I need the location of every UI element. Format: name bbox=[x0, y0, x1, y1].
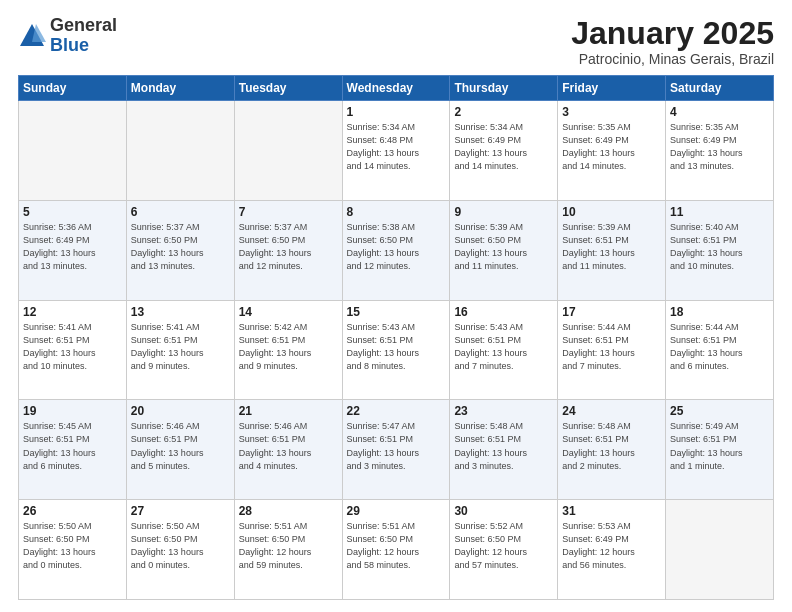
table-row: 25Sunrise: 5:49 AM Sunset: 6:51 PM Dayli… bbox=[666, 400, 774, 500]
table-row: 6Sunrise: 5:37 AM Sunset: 6:50 PM Daylig… bbox=[126, 200, 234, 300]
header-saturday: Saturday bbox=[666, 76, 774, 101]
table-row: 18Sunrise: 5:44 AM Sunset: 6:51 PM Dayli… bbox=[666, 300, 774, 400]
table-row: 24Sunrise: 5:48 AM Sunset: 6:51 PM Dayli… bbox=[558, 400, 666, 500]
day-number: 12 bbox=[23, 305, 122, 319]
table-row: 29Sunrise: 5:51 AM Sunset: 6:50 PM Dayli… bbox=[342, 500, 450, 600]
svg-marker-1 bbox=[32, 24, 46, 42]
calendar-week-row: 5Sunrise: 5:36 AM Sunset: 6:49 PM Daylig… bbox=[19, 200, 774, 300]
day-number: 21 bbox=[239, 404, 338, 418]
header-tuesday: Tuesday bbox=[234, 76, 342, 101]
day-info: Sunrise: 5:41 AM Sunset: 6:51 PM Dayligh… bbox=[131, 321, 230, 373]
month-title: January 2025 bbox=[571, 16, 774, 51]
day-number: 17 bbox=[562, 305, 661, 319]
table-row: 4Sunrise: 5:35 AM Sunset: 6:49 PM Daylig… bbox=[666, 101, 774, 201]
day-number: 11 bbox=[670, 205, 769, 219]
day-number: 20 bbox=[131, 404, 230, 418]
day-info: Sunrise: 5:53 AM Sunset: 6:49 PM Dayligh… bbox=[562, 520, 661, 572]
table-row: 17Sunrise: 5:44 AM Sunset: 6:51 PM Dayli… bbox=[558, 300, 666, 400]
day-number: 30 bbox=[454, 504, 553, 518]
table-row: 27Sunrise: 5:50 AM Sunset: 6:50 PM Dayli… bbox=[126, 500, 234, 600]
day-info: Sunrise: 5:40 AM Sunset: 6:51 PM Dayligh… bbox=[670, 221, 769, 273]
day-number: 7 bbox=[239, 205, 338, 219]
day-number: 15 bbox=[347, 305, 446, 319]
table-row: 26Sunrise: 5:50 AM Sunset: 6:50 PM Dayli… bbox=[19, 500, 127, 600]
day-info: Sunrise: 5:35 AM Sunset: 6:49 PM Dayligh… bbox=[670, 121, 769, 173]
day-info: Sunrise: 5:39 AM Sunset: 6:50 PM Dayligh… bbox=[454, 221, 553, 273]
day-info: Sunrise: 5:43 AM Sunset: 6:51 PM Dayligh… bbox=[454, 321, 553, 373]
day-info: Sunrise: 5:49 AM Sunset: 6:51 PM Dayligh… bbox=[670, 420, 769, 472]
title-area: January 2025 Patrocinio, Minas Gerais, B… bbox=[571, 16, 774, 67]
table-row: 11Sunrise: 5:40 AM Sunset: 6:51 PM Dayli… bbox=[666, 200, 774, 300]
day-number: 1 bbox=[347, 105, 446, 119]
table-row: 2Sunrise: 5:34 AM Sunset: 6:49 PM Daylig… bbox=[450, 101, 558, 201]
header: General Blue January 2025 Patrocinio, Mi… bbox=[18, 16, 774, 67]
table-row: 28Sunrise: 5:51 AM Sunset: 6:50 PM Dayli… bbox=[234, 500, 342, 600]
day-info: Sunrise: 5:35 AM Sunset: 6:49 PM Dayligh… bbox=[562, 121, 661, 173]
calendar-header-row: Sunday Monday Tuesday Wednesday Thursday… bbox=[19, 76, 774, 101]
day-number: 26 bbox=[23, 504, 122, 518]
header-sunday: Sunday bbox=[19, 76, 127, 101]
day-number: 13 bbox=[131, 305, 230, 319]
day-number: 31 bbox=[562, 504, 661, 518]
table-row: 5Sunrise: 5:36 AM Sunset: 6:49 PM Daylig… bbox=[19, 200, 127, 300]
day-number: 3 bbox=[562, 105, 661, 119]
day-info: Sunrise: 5:46 AM Sunset: 6:51 PM Dayligh… bbox=[239, 420, 338, 472]
table-row: 3Sunrise: 5:35 AM Sunset: 6:49 PM Daylig… bbox=[558, 101, 666, 201]
logo-blue-label: Blue bbox=[50, 36, 117, 56]
table-row: 31Sunrise: 5:53 AM Sunset: 6:49 PM Dayli… bbox=[558, 500, 666, 600]
logo: General Blue bbox=[18, 16, 117, 56]
day-info: Sunrise: 5:51 AM Sunset: 6:50 PM Dayligh… bbox=[347, 520, 446, 572]
day-number: 29 bbox=[347, 504, 446, 518]
page: General Blue January 2025 Patrocinio, Mi… bbox=[0, 0, 792, 612]
day-number: 22 bbox=[347, 404, 446, 418]
day-info: Sunrise: 5:38 AM Sunset: 6:50 PM Dayligh… bbox=[347, 221, 446, 273]
day-number: 18 bbox=[670, 305, 769, 319]
logo-icon bbox=[18, 22, 46, 50]
day-number: 5 bbox=[23, 205, 122, 219]
table-row: 14Sunrise: 5:42 AM Sunset: 6:51 PM Dayli… bbox=[234, 300, 342, 400]
day-number: 10 bbox=[562, 205, 661, 219]
day-number: 24 bbox=[562, 404, 661, 418]
day-info: Sunrise: 5:39 AM Sunset: 6:51 PM Dayligh… bbox=[562, 221, 661, 273]
table-row bbox=[19, 101, 127, 201]
table-row bbox=[234, 101, 342, 201]
table-row: 8Sunrise: 5:38 AM Sunset: 6:50 PM Daylig… bbox=[342, 200, 450, 300]
table-row: 7Sunrise: 5:37 AM Sunset: 6:50 PM Daylig… bbox=[234, 200, 342, 300]
day-number: 8 bbox=[347, 205, 446, 219]
table-row: 20Sunrise: 5:46 AM Sunset: 6:51 PM Dayli… bbox=[126, 400, 234, 500]
day-info: Sunrise: 5:52 AM Sunset: 6:50 PM Dayligh… bbox=[454, 520, 553, 572]
table-row: 15Sunrise: 5:43 AM Sunset: 6:51 PM Dayli… bbox=[342, 300, 450, 400]
day-info: Sunrise: 5:46 AM Sunset: 6:51 PM Dayligh… bbox=[131, 420, 230, 472]
day-number: 27 bbox=[131, 504, 230, 518]
calendar-week-row: 12Sunrise: 5:41 AM Sunset: 6:51 PM Dayli… bbox=[19, 300, 774, 400]
table-row: 21Sunrise: 5:46 AM Sunset: 6:51 PM Dayli… bbox=[234, 400, 342, 500]
day-number: 2 bbox=[454, 105, 553, 119]
day-number: 25 bbox=[670, 404, 769, 418]
day-info: Sunrise: 5:50 AM Sunset: 6:50 PM Dayligh… bbox=[23, 520, 122, 572]
day-info: Sunrise: 5:34 AM Sunset: 6:49 PM Dayligh… bbox=[454, 121, 553, 173]
day-number: 23 bbox=[454, 404, 553, 418]
day-info: Sunrise: 5:41 AM Sunset: 6:51 PM Dayligh… bbox=[23, 321, 122, 373]
day-info: Sunrise: 5:37 AM Sunset: 6:50 PM Dayligh… bbox=[239, 221, 338, 273]
day-info: Sunrise: 5:48 AM Sunset: 6:51 PM Dayligh… bbox=[562, 420, 661, 472]
day-info: Sunrise: 5:37 AM Sunset: 6:50 PM Dayligh… bbox=[131, 221, 230, 273]
day-info: Sunrise: 5:47 AM Sunset: 6:51 PM Dayligh… bbox=[347, 420, 446, 472]
calendar-week-row: 1Sunrise: 5:34 AM Sunset: 6:48 PM Daylig… bbox=[19, 101, 774, 201]
day-info: Sunrise: 5:42 AM Sunset: 6:51 PM Dayligh… bbox=[239, 321, 338, 373]
logo-general-label: General bbox=[50, 16, 117, 36]
header-thursday: Thursday bbox=[450, 76, 558, 101]
table-row: 22Sunrise: 5:47 AM Sunset: 6:51 PM Dayli… bbox=[342, 400, 450, 500]
table-row: 1Sunrise: 5:34 AM Sunset: 6:48 PM Daylig… bbox=[342, 101, 450, 201]
table-row: 16Sunrise: 5:43 AM Sunset: 6:51 PM Dayli… bbox=[450, 300, 558, 400]
header-wednesday: Wednesday bbox=[342, 76, 450, 101]
day-info: Sunrise: 5:50 AM Sunset: 6:50 PM Dayligh… bbox=[131, 520, 230, 572]
logo-text: General Blue bbox=[50, 16, 117, 56]
day-number: 16 bbox=[454, 305, 553, 319]
table-row: 23Sunrise: 5:48 AM Sunset: 6:51 PM Dayli… bbox=[450, 400, 558, 500]
day-info: Sunrise: 5:44 AM Sunset: 6:51 PM Dayligh… bbox=[670, 321, 769, 373]
day-info: Sunrise: 5:51 AM Sunset: 6:50 PM Dayligh… bbox=[239, 520, 338, 572]
calendar-week-row: 19Sunrise: 5:45 AM Sunset: 6:51 PM Dayli… bbox=[19, 400, 774, 500]
table-row: 9Sunrise: 5:39 AM Sunset: 6:50 PM Daylig… bbox=[450, 200, 558, 300]
day-info: Sunrise: 5:48 AM Sunset: 6:51 PM Dayligh… bbox=[454, 420, 553, 472]
table-row bbox=[126, 101, 234, 201]
